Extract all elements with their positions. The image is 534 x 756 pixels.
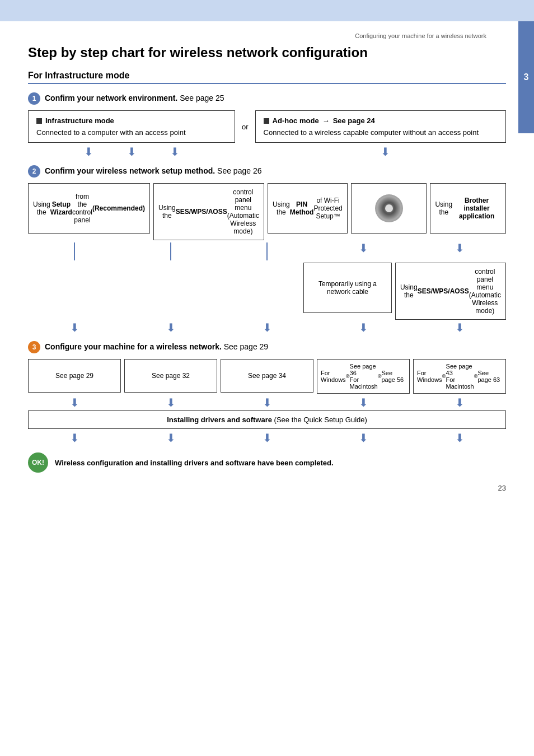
step1-label: Confirm your network environment. See pa…: [45, 94, 224, 102]
box-page34: See page 34: [221, 359, 313, 393]
cd-disc-icon: [375, 194, 403, 222]
arrow-col3: ⬇: [170, 146, 180, 157]
infra-box-title: Infrastructure mode: [36, 116, 227, 125]
arr-post-2: ⬇: [124, 432, 217, 444]
arr-pi-5: ⬇: [413, 397, 506, 408]
arr-pi-3: ⬇: [221, 397, 313, 408]
bullet-icon: [36, 118, 42, 124]
col-s3-1: See page 29: [28, 359, 121, 394]
box-page32: See page 32: [124, 359, 217, 393]
method-cd: [351, 183, 427, 234]
arr-s2-1: ⬇: [28, 322, 121, 333]
arrow-col1: ⬇: [84, 146, 93, 157]
col-setup-wizard: Using the Setup Wizard from the control …: [28, 183, 150, 240]
method-brother-installer: Using the Brother installer application: [430, 183, 506, 234]
top-banner: [0, 0, 534, 21]
arr-post-1: ⬇: [28, 432, 121, 444]
arr-pi-2: ⬇: [124, 397, 217, 408]
arr-s2-2: ⬇: [124, 322, 217, 333]
adhoc-box-title: Ad-hoc mode → See page 24: [264, 116, 498, 125]
arr-pi-1: ⬇: [28, 397, 121, 408]
col-ses-wps-2: Using the SES/WPS/AOSS control panel men…: [395, 263, 506, 320]
pre-install-arrows: ⬇ ⬇ ⬇ ⬇ ⬇: [28, 397, 506, 408]
col-r2-1: [28, 263, 116, 320]
step2-circle: 2: [28, 165, 40, 178]
arr-post-5: ⬇: [413, 432, 506, 444]
or-divider: or: [235, 110, 255, 143]
col-cd: [351, 183, 427, 240]
col-brother-installer: Using the Brother installer application: [430, 183, 506, 240]
header-note: Configuring your machine for a wireless …: [28, 32, 486, 39]
col-temp-cable: Temporarily using a network cable: [303, 263, 392, 320]
infra-box-desc: Connected to a computer with an access p…: [36, 128, 227, 137]
adhoc-box-desc: Connected to a wireless capable computer…: [264, 128, 498, 137]
arrow-brother-down: ⬇: [455, 242, 465, 260]
vert-conn-5: ⬇: [413, 242, 506, 260]
infra-mode-box: Infrastructure mode Connected to a compu…: [28, 110, 235, 143]
page-number: 23: [28, 484, 506, 492]
col-s3-4: For Windows® See page 36For Macintosh® S…: [317, 359, 410, 394]
arrow-col2: ⬇: [127, 146, 137, 157]
box-page29: See page 29: [28, 359, 121, 393]
install-bar: Installing drivers and software (See the…: [28, 410, 506, 429]
step3-header: 3 Configure your machine for a wireless …: [28, 341, 506, 353]
arr-s2-5: ⬇: [413, 322, 506, 333]
bullet-icon: [264, 118, 269, 124]
box-page36-56: For Windows® See page 36For Macintosh® S…: [317, 359, 410, 394]
method-ses-wps-1: Using the SES/WPS/AOSS control panel men…: [153, 183, 264, 240]
col-pin-method: Using the PIN Method of Wi-Fi Protected …: [268, 183, 348, 240]
step3-circle: 3: [28, 341, 40, 353]
step2-label: Confirm your wireless network setup meth…: [45, 166, 261, 175]
method-setup-wizard: Using the Setup Wizard from the control …: [28, 183, 150, 234]
arr-s2-4: ⬇: [317, 322, 410, 333]
box-page43-63: For Windows® See page 43For Macintosh® S…: [413, 359, 506, 394]
vert-conn-4: ⬇: [317, 242, 410, 260]
step3-boxes-row: See page 29 See page 32 See page 34 For …: [28, 359, 506, 394]
step2-header: 2 Confirm your wireless network setup me…: [28, 165, 506, 178]
method-ses-wps-2: Using the SES/WPS/AOSS control panel men…: [395, 263, 506, 320]
step1-header: 1 Confirm your network environment. See …: [28, 92, 506, 105]
page-title: Step by step chart for wireless network …: [28, 45, 506, 60]
step1-boxes: Infrastructure mode Connected to a compu…: [28, 110, 506, 143]
step2-row2: Temporarily using a network cable Using …: [28, 263, 506, 320]
col-r2-3: [212, 263, 300, 320]
arrow-col5: ⬇: [381, 146, 390, 157]
col-r2-2: [120, 263, 208, 320]
col-s3-3: See page 34: [221, 359, 313, 394]
method-temp-cable: Temporarily using a network cable: [303, 263, 392, 313]
arr-s2-3: ⬇: [221, 322, 313, 333]
step3-label: Configure your machine for a wireless ne…: [45, 342, 268, 351]
ok-text: Wireless configuration and installing dr…: [55, 459, 334, 467]
col-s3-5: For Windows® See page 43For Macintosh® S…: [413, 359, 506, 394]
col-s3-2: See page 32: [124, 359, 217, 394]
section-title: For Infrastructure mode: [28, 71, 506, 84]
ok-row: OK! Wireless configuration and installin…: [28, 452, 506, 473]
vert-conn-1: [28, 242, 121, 260]
arrow-cd-down: ⬇: [359, 242, 368, 260]
arr-post-4: ⬇: [317, 432, 410, 444]
step2-methods-row: Using the Setup Wizard from the control …: [28, 183, 506, 240]
step2-bottom-arrows: ⬇ ⬇ ⬇ ⬇ ⬇: [28, 322, 506, 333]
vert-conn-2: [124, 242, 217, 260]
step1-circle: 1: [28, 92, 40, 105]
post-install-arrows: ⬇ ⬇ ⬇ ⬇ ⬇: [28, 432, 506, 444]
ok-badge: OK!: [28, 452, 48, 473]
adhoc-mode-box: Ad-hoc mode → See page 24 Connected to a…: [255, 110, 506, 143]
method-pin: Using the PIN Method of Wi-Fi Protected …: [268, 183, 348, 234]
arr-pi-4: ⬇: [317, 397, 410, 408]
chapter-tab: 3: [518, 21, 534, 133]
vert-conn-3: [221, 242, 313, 260]
arr-post-3: ⬇: [221, 432, 313, 444]
col-ses-wps-1: Using the SES/WPS/AOSS control panel men…: [153, 183, 264, 240]
